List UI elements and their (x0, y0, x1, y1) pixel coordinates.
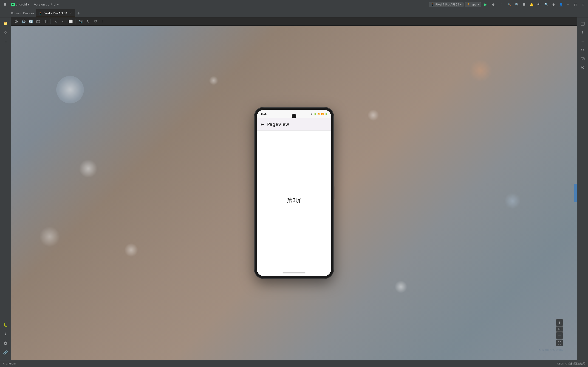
search-everywhere-icon[interactable]: 🔍 (514, 1, 520, 8)
phone-status-bar: 4:15 ⏱ 🔋 📶 📶 🔋 (257, 110, 331, 118)
running-devices-label: Running Devices (9, 9, 36, 17)
maximize-button[interactable]: □ (572, 1, 579, 8)
device-toolbar: ⏻ 🔊 🔄 ◁ ⚪ ⬜ 📷 ↻ (11, 17, 577, 26)
zoom-controls: + 1:1 ─ (556, 319, 563, 346)
home-nav-button[interactable]: ⚪ (60, 18, 66, 25)
notifications-icon[interactable]: 🔔 (528, 1, 535, 8)
device-selector[interactable]: 📱 Pixel 7 Pro API 34 ▾ (429, 2, 464, 7)
account-icon[interactable]: 👤 (558, 1, 564, 8)
sidebar-info-icon[interactable]: ℹ (1, 330, 10, 338)
tab-bar: Running Devices 📱 Pixel 7 Pro API 34 ✕ + (0, 9, 588, 17)
svg-rect-6 (44, 20, 45, 23)
rp-layout-icon[interactable] (579, 20, 586, 27)
svg-line-11 (583, 51, 584, 52)
structure-icon[interactable]: ☰ (521, 1, 527, 8)
android-watermark: CSDN ©程序喵正在编写 (537, 349, 563, 352)
volume-button[interactable]: 🔊 (20, 18, 27, 25)
project-selector[interactable]: A android ▾ (10, 2, 31, 7)
sidebar-structure-icon[interactable] (1, 28, 10, 37)
rp-inspect-icon[interactable] (579, 46, 586, 54)
title-bar: ☰ A android ▾ Version control ▾ 📱 Pixel … (0, 0, 588, 9)
minimize-button[interactable]: ─ (565, 1, 571, 8)
svg-rect-4 (36, 20, 40, 23)
phone-frame: 4:15 ⏱ 🔋 📶 📶 🔋 ← PageView (254, 107, 334, 278)
settings-icon[interactable]: ⚙ (550, 1, 557, 8)
status-icons: ⏱ 🔋 📶 📶 🔋 (311, 113, 328, 115)
svg-point-15 (582, 67, 583, 68)
sidebar-debug-icon[interactable]: 🐛 (1, 321, 10, 329)
rp-more-icon[interactable]: ⋮ (579, 29, 586, 36)
zoom-ratio-label: 1:1 (556, 326, 563, 332)
zoom-out-button[interactable]: ─ (556, 332, 563, 339)
bottom-bar-text: © android (3, 362, 16, 365)
recents-nav-button[interactable]: ⬜ (67, 18, 74, 25)
rotate-button[interactable]: 🔄 (27, 18, 34, 25)
svg-rect-8 (581, 22, 584, 25)
phone-content: 第3屏 (257, 131, 331, 270)
close-button[interactable]: ✕ (580, 1, 586, 8)
bottom-status-bar: © android CSDN ©程序喵正在编写 (0, 360, 588, 367)
right-edge-tab[interactable] (574, 184, 577, 202)
tab-close-button[interactable]: ✕ (69, 11, 72, 15)
csdn-watermark: CSDN ©程序喵正在编写 (557, 362, 585, 365)
android-logo-icon: A (11, 3, 15, 6)
version-control-button[interactable]: Version control ▾ (32, 2, 61, 7)
title-bar-right: 🔨 🔍 ☰ 🔔 👁 🔍 ⚙ 👤 ─ □ ✕ (506, 1, 586, 8)
svg-rect-2 (4, 33, 5, 34)
fold-button[interactable] (42, 18, 49, 25)
undo-button[interactable]: ↻ (85, 18, 91, 25)
back-arrow[interactable]: ← (260, 122, 264, 127)
pixel-tab[interactable]: 📱 Pixel 7 Pro API 34 ✕ (36, 9, 75, 17)
rp-record-icon[interactable] (579, 64, 586, 71)
svg-point-13 (582, 58, 583, 59)
zoom-in-button[interactable]: + (556, 319, 563, 326)
more-options-button[interactable]: ⋮ (100, 18, 106, 25)
camera-button[interactable]: 📷 (78, 18, 84, 25)
app-bar-title: PageView (267, 122, 289, 127)
home-indicator (283, 273, 305, 273)
app-selector[interactable]: 🏃 app ▾ (465, 2, 481, 7)
sidebar-more-icon[interactable]: ⋯ (1, 38, 10, 46)
sidebar-gallery-icon[interactable]: 🖼 (1, 339, 10, 347)
search-icon[interactable]: 🔍 (543, 1, 549, 8)
sidebar-link-icon[interactable]: 🔗 (1, 348, 10, 357)
bottom-bar-right: CSDN ©程序喵正在编写 (557, 362, 585, 365)
add-tab-button[interactable]: + (75, 9, 82, 17)
profile-button[interactable]: ⚙ (490, 1, 497, 8)
back-nav-button[interactable]: ◁ (52, 18, 59, 25)
svg-rect-3 (6, 33, 7, 34)
phone-app-bar: ← PageView (257, 118, 331, 131)
main-area: 📁 ⋯ 🐛 ℹ 🖼 🔗 ⏻ 🔊 🔄 (0, 17, 588, 360)
title-bar-center: 📱 Pixel 7 Pro API 34 ▾ 🏃 app ▾ ▶ ⚙ ⋮ (429, 1, 504, 8)
rp-minimize-icon[interactable]: ─ (579, 38, 586, 45)
find-usages-icon[interactable]: 👁 (536, 1, 542, 8)
svg-rect-1 (6, 31, 7, 32)
left-sidebar: 📁 ⋯ 🐛 ℹ 🖼 🔗 (0, 17, 11, 360)
power-button[interactable]: ⏻ (13, 18, 19, 25)
svg-rect-0 (4, 31, 5, 32)
rp-screenshot-panel-icon[interactable] (579, 55, 586, 62)
fingerprint-button[interactable] (92, 18, 99, 25)
title-bar-left: ☰ A android ▾ Version control ▾ (2, 1, 427, 8)
status-time: 4:15 (260, 112, 311, 115)
more-run-options[interactable]: ⋮ (498, 1, 504, 8)
camera-cutout (292, 114, 296, 118)
hamburger-button[interactable]: ☰ (2, 1, 8, 8)
toolbar-separator-1 (51, 19, 51, 24)
right-panel-icons: ⋮ ─ (579, 19, 586, 71)
svg-rect-7 (46, 20, 47, 23)
zoom-fit-button[interactable] (556, 340, 563, 346)
phone-screen: 4:15 ⏱ 🔋 📶 📶 🔋 ← PageView (257, 110, 331, 276)
toolbar-separator-2 (76, 19, 76, 24)
svg-rect-5 (37, 20, 38, 20)
run-button[interactable]: ▶ (482, 1, 489, 8)
screenshot-button[interactable] (35, 18, 41, 25)
right-panel: ⋮ ─ (577, 17, 588, 360)
phone-side-handle (334, 186, 334, 200)
sidebar-files-icon[interactable]: 📁 (1, 19, 10, 27)
page-content-text: 第3屏 (287, 197, 301, 204)
content-area: ⏻ 🔊 🔄 ◁ ⚪ ⬜ 📷 ↻ (11, 17, 577, 360)
device-view: 4:15 ⏱ 🔋 📶 📶 🔋 ← PageView (11, 26, 577, 360)
phone-bottom-bar (257, 270, 331, 276)
build-icon[interactable]: 🔨 (506, 1, 513, 8)
